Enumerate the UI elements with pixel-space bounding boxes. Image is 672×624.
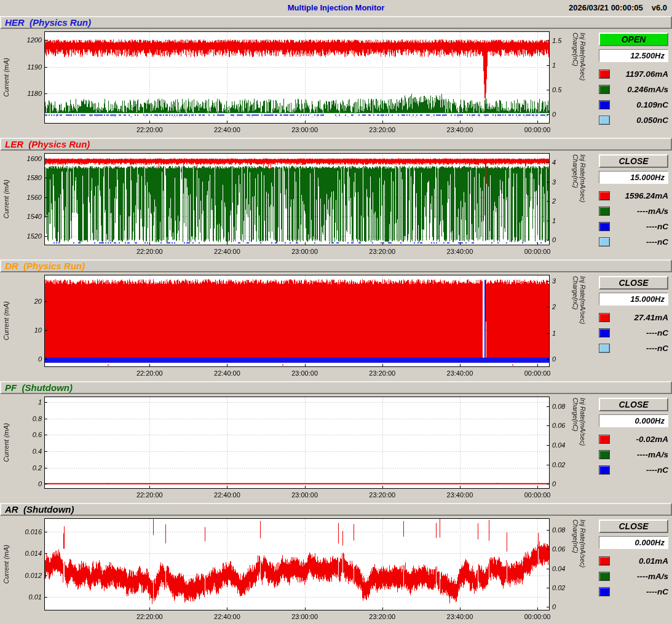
readout-value: -0.02mA — [610, 435, 668, 444]
time-axis-tick-label: 22:40:00 — [214, 369, 240, 377]
panel-title-bar: DR (Physics Run) — [0, 259, 672, 272]
shutter-button[interactable]: CLOSE — [599, 154, 668, 168]
time-axis-tick-label: 23:40:00 — [447, 248, 473, 255]
readout-color-swatch — [599, 222, 610, 231]
strip-chart — [44, 518, 550, 610]
injection-frequency-value: 15.000Hz — [599, 171, 668, 184]
readout-value: 0.01mA — [610, 556, 668, 566]
plot-column: 22:20:0022:40:0023:00:0023:20:0023:40:00… — [44, 153, 550, 258]
readout-row: ----nC — [599, 219, 668, 234]
time-axis-tick-label: 22:20:00 — [136, 248, 163, 255]
readout-row: ----nC — [599, 234, 668, 250]
status-panel: CLOSE 15.000Hz 27.41mA----nC----nC — [596, 275, 672, 356]
y-axis-tick-label: 0.01 — [29, 593, 42, 601]
y-axis-tick-label: 1 — [38, 398, 42, 406]
right-axis-titles: Charge(nC) Inj Rate(mA/sec) — [572, 153, 596, 245]
panel-title-bar: HER (Physics Run) — [0, 16, 672, 29]
y-axis-tick-label: 0.6 — [33, 431, 42, 438]
y-axis-tick-label: 1560 — [27, 194, 42, 201]
y-axis-tick-label: 1600 — [27, 155, 42, 162]
shutter-button[interactable]: CLOSE — [599, 519, 668, 533]
y-axis-tick-label: 1200 — [27, 36, 42, 44]
y-axis-tick-label: 0.08 — [552, 403, 565, 410]
y-axis-tick-label: 0 — [38, 355, 42, 363]
readout-row: ----nC — [599, 341, 668, 356]
right-tick-labels: 0.080.060.040.020 — [550, 397, 572, 489]
y-axis-tick-label: 0.5 — [552, 86, 561, 93]
time-axis-tick-label: 23:40:00 — [447, 491, 473, 499]
injection-frequency-value: 0.000Hz — [599, 414, 668, 427]
readout-value: 1197.06mA — [610, 69, 668, 79]
injection-frequency-value: 0.000Hz — [599, 536, 668, 549]
shutter-button[interactable]: OPEN — [599, 33, 668, 46]
left-tick-labels: 120011901180 — [12, 31, 44, 124]
right-axis-titles: Charge(nC) Inj Rate(mA/sec) — [572, 275, 596, 367]
time-axis-tick-label: 22:20:00 — [136, 613, 163, 620]
strip-chart — [44, 275, 550, 367]
y-axis-tick-label: 0.4 — [33, 448, 42, 455]
charge-axis-title: Charge(nC) — [572, 276, 579, 367]
shutter-button[interactable]: CLOSE — [599, 276, 668, 290]
inj-rate-axis-title: Inj Rate(mA/sec) — [579, 276, 587, 367]
readout-value: 27.41mA — [610, 313, 668, 322]
readout-value: ----mA/s — [610, 450, 668, 459]
y-axis-tick-label: 0 — [552, 236, 556, 243]
datetime-text: 2026/03/21 00:00:05 — [569, 3, 643, 12]
left-tick-labels: 16001580156015401520 — [12, 153, 44, 245]
y-axis-tick-label: 0.8 — [33, 415, 42, 422]
charge-axis-title: Charge(nC) — [572, 154, 579, 245]
x-axis-labels: 22:20:0022:40:0023:00:0023:20:0023:40:00… — [44, 124, 550, 136]
time-axis-tick-label: 23:20:00 — [369, 491, 395, 499]
readout-value: 0.050nC — [610, 116, 668, 125]
x-axis-labels: 22:20:0022:40:0023:00:0023:20:0023:40:00… — [44, 489, 550, 502]
left-tick-labels: 20100 — [12, 275, 44, 367]
y-axis-tick-label: 0 — [552, 111, 556, 118]
charge-axis-title: Charge(nC) — [572, 33, 579, 124]
y-axis-tick-label: 0.06 — [552, 422, 565, 429]
time-axis-tick-label: 23:40:00 — [447, 369, 473, 377]
shutter-button[interactable]: CLOSE — [599, 398, 668, 411]
left-axis-title-text: Current (mA) — [2, 180, 10, 219]
time-axis-tick-label: 00:00:00 — [524, 491, 551, 499]
panel-title-bar: PF (Shutdown) — [0, 381, 672, 394]
time-axis-tick-label: 22:40:00 — [214, 126, 240, 133]
injection-frequency-value: 12.500Hz — [599, 49, 668, 62]
monitor-panel: HER (Physics Run) Current (mA) 120011901… — [0, 16, 672, 136]
left-tick-labels: 0.0160.0140.0120.01 — [12, 518, 44, 610]
left-axis-title-text: Current (mA) — [2, 545, 10, 584]
strip-chart — [44, 31, 550, 124]
readout-row: 27.41mA — [599, 310, 668, 325]
readout-value: 1596.24mA — [610, 191, 668, 200]
right-tick-labels: 43210 — [550, 153, 572, 245]
y-axis-tick-label: 1 — [552, 61, 556, 69]
y-axis-tick-label: 0.016 — [25, 528, 42, 535]
y-axis-tick-label: 2 — [552, 303, 556, 310]
y-axis-tick-label: 1180 — [27, 90, 42, 97]
readout-color-swatch — [599, 344, 610, 353]
plot-column: 22:20:0022:40:0023:00:0023:20:0023:40:00… — [44, 31, 550, 136]
y-axis-tick-label: 0.014 — [25, 550, 42, 557]
time-axis-tick-label: 22:20:00 — [136, 369, 163, 377]
readout-color-swatch — [599, 435, 610, 444]
readout-row: ----nC — [599, 325, 668, 341]
readout-color-swatch — [599, 116, 610, 125]
readout-value: ----nC — [610, 344, 668, 353]
y-axis-tick-label: 0.012 — [25, 572, 42, 579]
readout-row: ----mA/s — [599, 569, 668, 584]
status-panel: CLOSE 0.000Hz 0.01mA----mA/s----nC — [596, 518, 672, 599]
y-axis-tick-label: 10 — [34, 326, 42, 334]
chart-row: Current (mA) 120011901180 22:20:0022:40:… — [0, 29, 672, 136]
time-axis-tick-label: 00:00:00 — [524, 248, 551, 255]
readout-value: ----nC — [610, 222, 668, 231]
left-axis-title: Current (mA) — [0, 153, 12, 245]
readout-row: 0.050nC — [599, 113, 668, 128]
readout-list: 27.41mA----nC----nC — [599, 310, 668, 356]
y-axis-tick-label: 1 — [552, 217, 556, 224]
chart-row: Current (mA) 10.80.60.40.20 22:20:0022:4… — [0, 394, 672, 502]
y-axis-tick-label: 3 — [552, 277, 556, 285]
inj-rate-axis-title: Inj Rate(mA/sec) — [579, 154, 587, 245]
chart-row: Current (mA) 16001580156015401520 22:20:… — [0, 151, 672, 258]
y-axis-tick-label: 0.02 — [552, 461, 565, 468]
y-axis-tick-label: 1.5 — [552, 37, 561, 44]
left-tick-labels: 10.80.60.40.20 — [12, 397, 44, 489]
